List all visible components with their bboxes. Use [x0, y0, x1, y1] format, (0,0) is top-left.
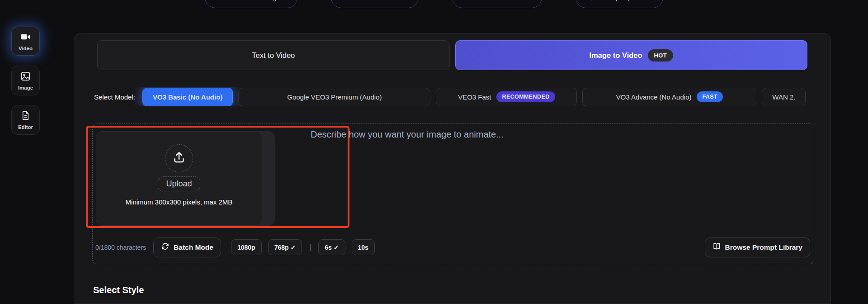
- model-name: Google VEO3 Premium (Audio): [287, 93, 382, 101]
- prompt-upload-container: Upload Minimum 300x300 pixels, max 2MB 0…: [92, 124, 814, 264]
- tab-label: Text to Video: [252, 51, 295, 60]
- tab-image-to-video[interactable]: Image to Video HOT: [455, 40, 808, 70]
- top-pill-prompt-optimizer[interactable]: Prompt Optimizer: [576, 0, 663, 8]
- resolution-1080p-button[interactable]: 1080p: [231, 239, 262, 255]
- select-style-heading: Select Style: [93, 285, 144, 295]
- chat-icon: [464, 0, 472, 2]
- batch-mode-label: Batch Mode: [174, 243, 213, 252]
- browse-prompt-library-button[interactable]: Browse Prompt Library: [705, 238, 810, 257]
- model-veo3-fast[interactable]: VEO3 Fast RECOMMENDED: [436, 88, 577, 106]
- sidebar-item-label: Video: [19, 46, 33, 51]
- sidebar-item-label: Image: [18, 85, 33, 90]
- top-pill-label: Prompt Optimizer: [600, 0, 651, 1]
- top-pill-label: VEO Bot Assistant: [476, 0, 530, 1]
- video-camera-icon: [20, 32, 31, 44]
- model-vo3-basic[interactable]: VO3 Basic (No Audio): [142, 88, 233, 106]
- resolution-768p-button[interactable]: 768p ✓: [268, 239, 302, 255]
- sidebar-item-image[interactable]: Image: [11, 66, 40, 95]
- book-icon: [712, 242, 721, 252]
- top-pill-label: Multi-Model Engine: [229, 0, 285, 1]
- mode-tabs: Text to Video Image to Video HOT: [97, 40, 807, 70]
- model-name: VO3 Basic (No Audio): [153, 93, 222, 101]
- sparkle-icon: [588, 0, 595, 2]
- model-name: VEO3 Fast: [458, 93, 491, 101]
- upload-icon-ring: [165, 144, 193, 172]
- tab-label: Image to Video: [590, 51, 642, 60]
- image-upload-dropzone[interactable]: Upload Minimum 300x300 pixels, max 2MB: [96, 131, 262, 226]
- image-icon: [20, 71, 31, 83]
- duration-10s-button[interactable]: 10s: [352, 239, 375, 255]
- model-google-veo3-premium[interactable]: Google VEO3 Premium (Audio): [238, 88, 430, 106]
- model-selector-label: Select Model:: [94, 93, 135, 101]
- model-wan[interactable]: WAN 2.: [762, 88, 806, 106]
- sidebar-item-video[interactable]: Video: [11, 27, 40, 56]
- fast-badge: FAST: [697, 91, 723, 102]
- upload-button[interactable]: Upload: [158, 176, 200, 191]
- model-vo3-advance[interactable]: VO3 Advance (No Audio) FAST: [582, 88, 756, 106]
- tab-text-to-video[interactable]: Text to Video: [97, 40, 450, 70]
- model-selector-row: Select Model: VO3 Basic (No Audio) Googl…: [94, 87, 830, 106]
- upload-icon: [172, 151, 186, 166]
- refresh-icon: [161, 242, 170, 252]
- sidebar-item-label: Editor: [18, 124, 33, 130]
- sidebar-item-editor[interactable]: Editor: [11, 105, 40, 135]
- top-pill-veo-bot-assistant[interactable]: VEO Bot Assistant: [452, 0, 542, 8]
- duration-6s-button[interactable]: 6s ✓: [318, 239, 345, 255]
- grid-icon: [343, 0, 351, 2]
- hot-badge: HOT: [648, 49, 673, 62]
- resolution-duration-group: 1080p 768p ✓ | 6s ✓ 10s: [231, 239, 375, 255]
- recommended-badge: RECOMMENDED: [496, 91, 555, 102]
- separator: |: [309, 243, 311, 252]
- top-pill-batch-generation[interactable]: Batch Generation: [331, 0, 419, 8]
- generation-controls-row: 0/1800 characters Batch Mode 1080p 768p …: [95, 237, 810, 257]
- document-icon: [20, 110, 31, 123]
- model-name: WAN 2.: [772, 93, 795, 101]
- upload-requirements: Minimum 300x300 pixels, max 2MB: [126, 198, 233, 206]
- top-pill-multi-model-engine[interactable]: Multi-Model Engine: [205, 0, 297, 8]
- shield-icon: [217, 0, 225, 2]
- browse-library-label: Browse Prompt Library: [725, 243, 802, 252]
- generator-panel: Text to Video Image to Video HOT Select …: [74, 33, 831, 304]
- top-feature-bar: Multi-Model Engine Batch Generation VEO …: [0, 0, 868, 8]
- batch-mode-button[interactable]: Batch Mode: [153, 238, 221, 257]
- character-counter: 0/1800 characters: [95, 244, 146, 251]
- prompt-input[interactable]: [311, 129, 803, 233]
- model-name: VO3 Advance (No Audio): [616, 93, 692, 101]
- top-pill-label: Batch Generation: [355, 0, 406, 1]
